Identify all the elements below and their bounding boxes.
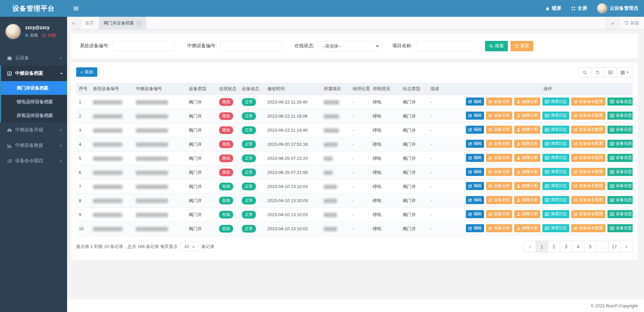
- device-info-button[interactable]: 设备信息: [607, 98, 633, 106]
- dispatch-log-button[interactable]: 调度日志: [542, 196, 569, 204]
- device-command-config-button[interactable]: 设备命令配置: [571, 224, 605, 232]
- tabs-scroll-right-button[interactable]: »: [606, 17, 619, 29]
- fault-analysis-button[interactable]: 故障分析: [514, 126, 540, 134]
- column-header[interactable]: 在线状态: [216, 83, 239, 95]
- device-info-button[interactable]: 设备信息: [607, 168, 633, 176]
- device-info-button[interactable]: 设备信息: [607, 140, 633, 148]
- table-columns-button[interactable]: [604, 67, 617, 77]
- page-number-button[interactable]: 5: [584, 241, 596, 252]
- column-header[interactable]: 修改时间: [265, 83, 321, 95]
- fault-analysis-button[interactable]: 故障分析: [514, 224, 540, 232]
- column-header[interactable]: 站点类型: [400, 83, 428, 95]
- device-analysis-button[interactable]: 设备分析: [486, 154, 512, 162]
- device-command-config-button[interactable]: 设备命令配置: [571, 168, 605, 176]
- fault-analysis-button[interactable]: 故障分析: [514, 210, 540, 218]
- page-number-button[interactable]: 17: [608, 241, 621, 252]
- device-analysis-button[interactable]: 设备分析: [486, 182, 512, 190]
- sidebar-subitem-assembled-remote-archive[interactable]: 拼装远传设备档案: [1, 109, 67, 122]
- device-info-button[interactable]: 设备信息: [607, 210, 633, 218]
- sidebar-item-device-data[interactable]: 中燃设备数据 ‹: [0, 138, 67, 153]
- column-header[interactable]: 设备状态: [239, 83, 265, 95]
- device-info-button[interactable]: 设备信息: [607, 196, 633, 204]
- sidebar-subitem-valve-well-archive[interactable]: 阀门井设备档案: [1, 81, 67, 95]
- device-analysis-button[interactable]: 设备分析: [486, 112, 512, 120]
- page-number-button[interactable]: 4: [572, 241, 584, 252]
- edit-button[interactable]: 编辑: [466, 210, 484, 218]
- device-command-config-button[interactable]: 设备命令配置: [571, 154, 605, 162]
- fault-analysis-button[interactable]: 故障分析: [514, 168, 540, 176]
- dispatch-log-button[interactable]: 调度日志: [542, 98, 569, 106]
- page-number-button[interactable]: 3: [560, 241, 572, 252]
- column-header[interactable]: 系统设备编号: [90, 83, 133, 95]
- refresh-tab-button[interactable]: 刷新: [619, 17, 644, 29]
- edit-button[interactable]: 编辑: [466, 224, 484, 232]
- device-info-button[interactable]: 设备信息: [607, 224, 633, 232]
- device-analysis-button[interactable]: 设备分析: [486, 210, 512, 218]
- device-analysis-button[interactable]: 设备分析: [486, 224, 512, 232]
- online-status-select[interactable]: --请选择--: [318, 41, 380, 51]
- device-info-button[interactable]: 设备信息: [607, 112, 633, 120]
- dispatch-log-button[interactable]: 调度日志: [542, 154, 569, 162]
- sidebar-item-cloud-device[interactable]: 云设备 ‹: [0, 50, 67, 66]
- fault-analysis-button[interactable]: 故障分析: [514, 98, 540, 106]
- dispatch-log-button[interactable]: 调度日志: [542, 182, 569, 190]
- device-info-button[interactable]: 设备信息: [607, 182, 633, 190]
- edit-button[interactable]: 编辑: [466, 196, 484, 204]
- edit-button[interactable]: 编辑: [466, 182, 484, 190]
- column-header[interactable]: 供电情况: [370, 83, 400, 95]
- column-header[interactable]: 地理位置: [350, 83, 370, 95]
- sidebar-item-command-tracking[interactable]: 设备命令跟踪 ‹: [0, 153, 67, 169]
- fault-analysis-button[interactable]: 故障分析: [514, 154, 540, 162]
- edit-button[interactable]: 编辑: [466, 126, 484, 134]
- page-size-select[interactable]: 10: [180, 242, 199, 251]
- fault-analysis-button[interactable]: 故障分析: [514, 112, 540, 120]
- device-command-config-button[interactable]: 设备命令配置: [571, 98, 605, 106]
- device-analysis-button[interactable]: 设备分析: [486, 98, 512, 106]
- dispatch-log-button[interactable]: 调度日志: [542, 126, 569, 134]
- edit-button[interactable]: 编辑: [466, 168, 484, 176]
- edit-button[interactable]: 编辑: [466, 154, 484, 162]
- fault-analysis-button[interactable]: 故障分析: [514, 182, 540, 190]
- reset-button[interactable]: 重置: [511, 41, 533, 51]
- column-header[interactable]: 操作: [463, 83, 633, 95]
- sys-device-no-input[interactable]: [113, 41, 175, 51]
- tabs-scroll-left-button[interactable]: «: [67, 17, 80, 29]
- user-menu[interactable]: 云设备管理员: [597, 3, 638, 13]
- device-analysis-button[interactable]: 设备分析: [486, 196, 512, 204]
- table-refresh-button[interactable]: [591, 67, 604, 77]
- fullscreen-button[interactable]: 全屏: [571, 5, 587, 11]
- column-header[interactable]: 描述: [428, 83, 463, 95]
- edit-button[interactable]: 编辑: [466, 98, 484, 106]
- dispatch-log-button[interactable]: 调度日志: [542, 140, 569, 148]
- dispatch-log-button[interactable]: 调度日志: [542, 224, 569, 232]
- fault-analysis-button[interactable]: 故障分析: [514, 140, 540, 148]
- logout-button[interactable]: 注销: [42, 33, 56, 38]
- device-command-config-button[interactable]: 设备命令配置: [571, 140, 605, 148]
- page-number-button[interactable]: 1: [536, 241, 548, 252]
- add-button[interactable]: + 添加: [76, 67, 97, 77]
- device-info-button[interactable]: 设备信息: [607, 126, 633, 134]
- sidebar-item-device-upgrade[interactable]: 中燃设备升级 ‹: [0, 122, 67, 138]
- zr-device-no-input[interactable]: [220, 41, 282, 51]
- sidebar-toggle-button[interactable]: [67, 0, 85, 17]
- page-prev-button[interactable]: ‹: [524, 241, 536, 252]
- device-command-config-button[interactable]: 设备命令配置: [571, 112, 605, 120]
- device-command-config-button[interactable]: 设备命令配置: [571, 182, 605, 190]
- column-header[interactable]: 序号: [76, 83, 90, 95]
- dispatch-log-button[interactable]: 调度日志: [542, 210, 569, 218]
- dispatch-log-button[interactable]: 调度日志: [542, 112, 569, 120]
- tab-valve-well-archive[interactable]: 阀门井设备档案 ×: [99, 17, 146, 29]
- device-command-config-button[interactable]: 设备命令配置: [571, 196, 605, 204]
- edit-button[interactable]: 编辑: [466, 112, 484, 120]
- table-search-button[interactable]: [578, 67, 591, 77]
- project-name-input[interactable]: [416, 41, 478, 51]
- device-analysis-button[interactable]: 设备分析: [486, 168, 512, 176]
- device-command-config-button[interactable]: 设备命令配置: [571, 210, 605, 218]
- page-number-button[interactable]: 2: [548, 241, 560, 252]
- device-analysis-button[interactable]: 设备分析: [486, 126, 512, 134]
- column-header[interactable]: 所属项目: [321, 83, 350, 95]
- close-icon[interactable]: ×: [137, 21, 141, 25]
- lock-screen-button[interactable]: 锁屏: [545, 5, 561, 11]
- device-command-config-button[interactable]: 设备命令配置: [571, 126, 605, 134]
- tab-home[interactable]: 首页: [80, 17, 99, 29]
